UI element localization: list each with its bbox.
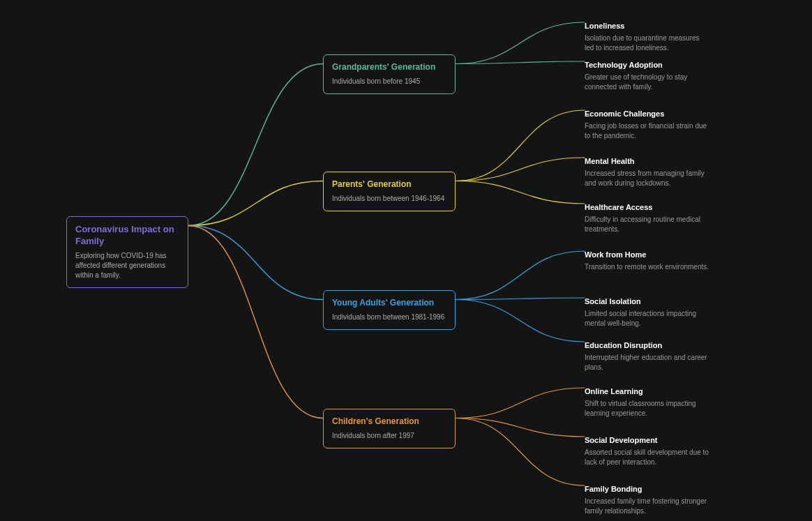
leaf-node[interactable]: Family BondingIncreased family time fost…: [585, 484, 710, 516]
leaf-title: Education Disruption: [585, 340, 710, 350]
root-title: Coronavirus Impact on Family: [75, 224, 179, 248]
leaf-title: Technology Adoption: [585, 60, 710, 70]
leaf-title: Social Isolation: [585, 296, 710, 306]
leaf-title: Loneliness: [585, 21, 710, 31]
generation-node[interactable]: Children's GenerationIndividuals born af…: [323, 409, 456, 448]
leaf-desc: Increased family time fostering stronger…: [585, 497, 710, 516]
leaf-desc: Interrupted higher education and career …: [585, 353, 710, 372]
generation-title: Parents' Generation: [332, 179, 446, 190]
generation-title: Children's Generation: [332, 416, 446, 428]
leaf-desc: Greater use of technology to stay connec…: [585, 73, 710, 92]
leaf-node[interactable]: Mental HealthIncreased stress from manag…: [585, 156, 710, 188]
generation-desc: Individuals born between 1946-1964: [332, 194, 446, 204]
leaf-title: Mental Health: [585, 156, 710, 166]
leaf-title: Social Development: [585, 435, 710, 445]
generation-desc: Individuals born before 1945: [332, 77, 446, 86]
generation-desc: Individuals born between 1981-1996: [332, 312, 446, 322]
leaf-title: Family Bonding: [585, 484, 710, 494]
generation-title: Young Adults' Generation: [332, 298, 446, 309]
generation-title: Grandparents' Generation: [332, 62, 446, 73]
leaf-desc: Increased stress from managing family an…: [585, 169, 710, 188]
leaf-desc: Facing job losses or financial strain du…: [585, 121, 710, 141]
generation-node[interactable]: Grandparents' GenerationIndividuals born…: [323, 54, 456, 94]
leaf-desc: Transition to remote work environments.: [585, 262, 710, 272]
leaf-desc: Isolation due to quarantine measures led…: [585, 33, 710, 53]
generation-desc: Individuals born after 1997: [332, 431, 446, 441]
leaf-node[interactable]: Social DevelopmentAssorted social skill …: [585, 435, 710, 467]
leaf-node[interactable]: Education DisruptionInterrupted higher e…: [585, 340, 710, 372]
root-node[interactable]: Coronavirus Impact on FamilyExploring ho…: [66, 216, 188, 288]
leaf-node[interactable]: Technology AdoptionGreater use of techno…: [585, 60, 710, 92]
leaf-node[interactable]: Social IsolationLimited social interacti…: [585, 296, 710, 329]
generation-node[interactable]: Parents' GenerationIndividuals born betw…: [323, 172, 456, 211]
leaf-node[interactable]: Online LearningShift to virtual classroo…: [585, 386, 710, 418]
leaf-desc: Difficulty in accessing routine medical …: [585, 215, 710, 234]
leaf-node[interactable]: Healthcare AccessDifficulty in accessing…: [585, 202, 710, 234]
leaf-title: Economic Challenges: [585, 109, 710, 119]
leaf-desc: Shift to virtual classrooms impacting le…: [585, 399, 710, 418]
leaf-node[interactable]: LonelinessIsolation due to quarantine me…: [585, 21, 710, 53]
leaf-desc: Limited social interactions impacting me…: [585, 309, 710, 329]
leaf-node[interactable]: Economic ChallengesFacing job losses or …: [585, 109, 710, 141]
root-desc: Exploring how COVID-19 has affected diff…: [75, 251, 179, 280]
leaf-title: Healthcare Access: [585, 202, 710, 212]
leaf-node[interactable]: Work from HomeTransition to remote work …: [585, 250, 710, 272]
generation-node[interactable]: Young Adults' GenerationIndividuals born…: [323, 290, 456, 330]
leaf-title: Online Learning: [585, 386, 710, 396]
leaf-desc: Assorted social skill development due to…: [585, 448, 710, 467]
leaf-title: Work from Home: [585, 250, 710, 259]
